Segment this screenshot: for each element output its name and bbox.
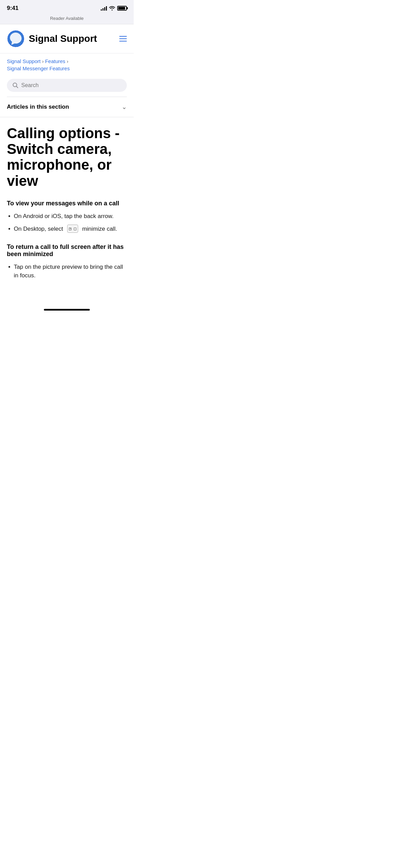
list-item: On Desktop, select ◳ □ minimize call. <box>7 225 127 234</box>
search-box[interactable] <box>7 79 127 92</box>
breadcrumb-link-messenger-features[interactable]: Signal Messenger Features <box>7 65 70 71</box>
article-list-1: On Android or iOS, tap the back arrow. O… <box>7 212 127 234</box>
article-list-2: Tap on the picture preview to bring the … <box>7 263 127 280</box>
chevron-down-icon: ⌄ <box>122 103 127 111</box>
signal-bars-icon <box>101 6 107 11</box>
hamburger-line-1 <box>119 36 127 37</box>
status-time: 9:41 <box>7 5 19 12</box>
site-header: Signal Support <box>0 24 134 53</box>
search-icon <box>12 82 19 88</box>
site-title: Signal Support <box>29 33 97 44</box>
articles-section-label: Articles in this section <box>7 104 69 110</box>
search-container <box>0 76 134 97</box>
minimize-call-icon: ◳ □ <box>67 225 78 233</box>
article-section-heading-1: To view your messages while on a call <box>7 200 127 207</box>
list-item: On Android or iOS, tap the back arrow. <box>7 212 127 221</box>
hamburger-menu-button[interactable] <box>119 36 127 41</box>
breadcrumb: Signal Support › Features › Signal Messe… <box>0 53 134 76</box>
battery-icon <box>117 6 127 11</box>
breadcrumb-sep-1: › <box>42 58 44 64</box>
search-input[interactable] <box>21 82 121 88</box>
reader-bar: Reader Available <box>0 14 134 24</box>
home-indicator <box>44 309 90 311</box>
article-content: Calling options - Switch camera, microph… <box>0 117 134 303</box>
wifi-icon <box>109 6 115 11</box>
signal-logo-icon <box>7 30 25 48</box>
logo-area: Signal Support <box>7 30 97 48</box>
hamburger-line-2 <box>119 38 127 39</box>
article-section-heading-2: To return a call to full screen after it… <box>7 243 127 258</box>
breadcrumb-link-signal-support[interactable]: Signal Support <box>7 58 40 64</box>
status-bar: 9:41 <box>0 0 134 14</box>
list-item: Tap on the picture preview to bring the … <box>7 263 127 280</box>
breadcrumb-sep-2: › <box>67 58 69 64</box>
breadcrumb-link-features[interactable]: Features <box>45 58 65 64</box>
reader-available-text: Reader Available <box>50 16 84 21</box>
status-icons <box>101 6 127 11</box>
articles-section-toggle[interactable]: Articles in this section ⌄ <box>0 97 134 117</box>
hamburger-line-3 <box>119 41 127 41</box>
article-title: Calling options - Switch camera, microph… <box>7 125 127 189</box>
